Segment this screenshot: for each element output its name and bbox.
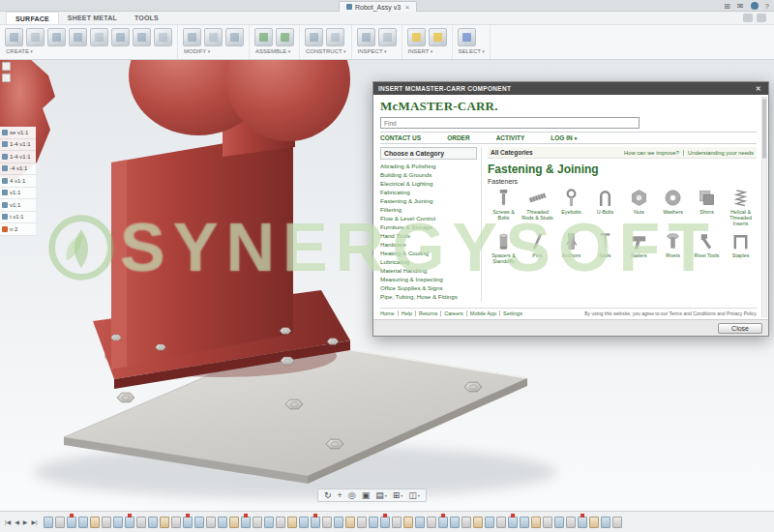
toolbar-group-label[interactable]: CONSTRUCT [306,48,346,54]
grid-settings-icon[interactable]: ⊞▾ [391,490,405,500]
zoom-icon[interactable]: ◎ [346,490,358,500]
timeline-feature[interactable] [171,517,181,528]
display-settings-icon[interactable]: ▤▾ [373,490,389,500]
browser-item[interactable]: 4 v1:1 [0,175,36,188]
timeline-feature[interactable] [589,517,599,528]
category-link-measuring-inspecting[interactable]: Measuring & Inspecting [380,276,477,284]
category-link-heating-cooling[interactable]: Heating & Cooling [380,250,477,258]
timeline-feature[interactable] [508,517,518,528]
toolbar-option-icon[interactable] [743,14,753,22]
timeline-feature[interactable] [438,517,448,528]
category-link-fastening-joining[interactable]: Fastening & Joining [380,197,477,206]
product-nailers[interactable]: Nailers [623,231,655,264]
footer-link-mobile-app[interactable]: Mobile App [466,310,496,316]
measure-icon[interactable] [357,28,375,46]
timeline-feature[interactable] [229,517,239,528]
product-spacers-standoffs[interactable]: Spacers & Standoffs [488,231,520,264]
timeline-feature[interactable] [160,517,169,528]
timeline-feature[interactable] [578,517,587,528]
orbit-icon[interactable]: ↻ [322,490,334,500]
category-link-flow-level-control[interactable]: Flow & Level Control [380,215,477,223]
timeline-feature[interactable] [357,517,367,528]
category-link-filtering[interactable]: Filtering [380,206,477,215]
product-washers[interactable]: Washers [657,188,689,226]
thread-icon[interactable] [133,28,151,46]
dialog-close-icon[interactable]: ✕ [754,85,763,93]
timeline-feature[interactable] [485,517,494,528]
browser-item[interactable]: t v1:1 [0,212,36,224]
timeline-feature[interactable] [473,517,483,528]
timeline-feature[interactable] [322,517,332,528]
product-nails[interactable]: Nails [589,231,621,264]
timeline-control-2[interactable]: ▶ [22,518,29,525]
timeline-feature[interactable] [311,517,320,528]
timeline-feature[interactable] [461,517,471,528]
category-link-pipe-tubing-hose-fittings[interactable]: Pipe, Tubing, Hose & Fittings [380,293,477,302]
offset-plane-icon[interactable] [305,28,323,46]
new-component-icon[interactable] [254,28,273,46]
site-nav-log-in[interactable]: LOG IN▾ [551,134,577,141]
section-analysis-icon[interactable] [378,28,397,46]
toolbar-more-icon[interactable] [757,14,766,22]
category-link-abrading-polishing[interactable]: Abrading & Polishing [380,163,477,171]
product-u-bolts[interactable]: U-Bolts [589,188,621,226]
timeline-feature[interactable] [253,517,262,528]
timeline-feature[interactable] [612,517,622,528]
toolbar-group-label[interactable]: SELECT [459,48,485,54]
user-avatar[interactable] [751,2,759,10]
timeline-feature[interactable] [148,517,158,528]
timeline-feature[interactable] [299,517,309,528]
browser-item[interactable]: v1:1 [0,199,36,212]
browser-filter-icon[interactable] [2,62,11,71]
category-link-furniture-storage[interactable]: Furniture & Storage [380,223,477,232]
toolbar-group-label[interactable]: CREATE [6,48,172,54]
press-pull-icon[interactable] [183,28,201,46]
extrude-icon[interactable] [26,28,45,46]
category-link-office-supplies-signs[interactable]: Office Supplies & Signs [380,284,477,293]
product-anchors[interactable]: Anchors [555,231,587,264]
document-tab[interactable]: Robot_Assy v3 × [339,1,417,12]
ribbon-tab-sheet-metal[interactable]: SHEET METAL [59,12,126,24]
footer-link-home[interactable]: Home [380,310,395,316]
insert-mcmaster-carr-icon[interactable] [407,28,426,46]
timeline-feature[interactable] [566,517,576,528]
timeline-feature[interactable] [276,517,285,528]
toolbar-group-label[interactable]: MODIFY [184,48,244,54]
timeline-feature[interactable] [520,517,529,528]
breadcrumb[interactable]: All Categories [491,149,533,156]
browser-item[interactable]: v1:1 [0,188,36,200]
timeline-feature[interactable] [102,517,111,528]
loft-icon[interactable] [90,28,108,46]
header-link-how-can-we-improve[interactable]: How can we improve? [624,150,679,156]
product-nuts[interactable]: Nuts [623,188,655,226]
hole-icon[interactable] [111,28,130,46]
ribbon-tab-tools[interactable]: TOOLS [126,12,167,24]
new-sketch-icon[interactable] [5,28,23,46]
product-eyebolts[interactable]: Eyebolts [555,188,587,226]
product-rivets[interactable]: Rivets [657,231,689,264]
dialog-scrollbar[interactable] [761,97,767,317]
fillet-icon[interactable] [204,28,223,46]
sweep-icon[interactable] [69,28,87,46]
product-staples[interactable]: Staples [725,231,757,264]
browser-settings-icon[interactable] [2,74,11,82]
category-link-lubricating[interactable]: Lubricating [380,258,477,267]
timeline-control-0[interactable]: |◀ [4,518,12,525]
timeline-control-3[interactable]: ▶| [30,518,38,525]
axis-icon[interactable] [326,28,344,46]
search-input[interactable] [380,117,640,129]
close-document-icon[interactable]: × [405,4,409,11]
timeline-feature[interactable] [334,517,343,528]
timeline-feature[interactable] [67,517,76,528]
timeline-feature[interactable] [125,517,134,528]
timeline-feature[interactable] [183,517,193,528]
timeline-feature[interactable] [55,517,65,528]
timeline-feature[interactable] [392,517,402,528]
timeline-feature[interactable] [601,517,610,528]
apps-grid-icon[interactable]: ⊞ [724,2,730,11]
viewports-icon[interactable]: ◫▾ [406,490,422,500]
timeline-control-1[interactable]: ◀ [14,518,20,525]
timeline-feature[interactable] [450,517,460,528]
browser-item[interactable]: 1-4 v1:1 [0,151,36,163]
timeline-feature[interactable] [531,517,541,528]
